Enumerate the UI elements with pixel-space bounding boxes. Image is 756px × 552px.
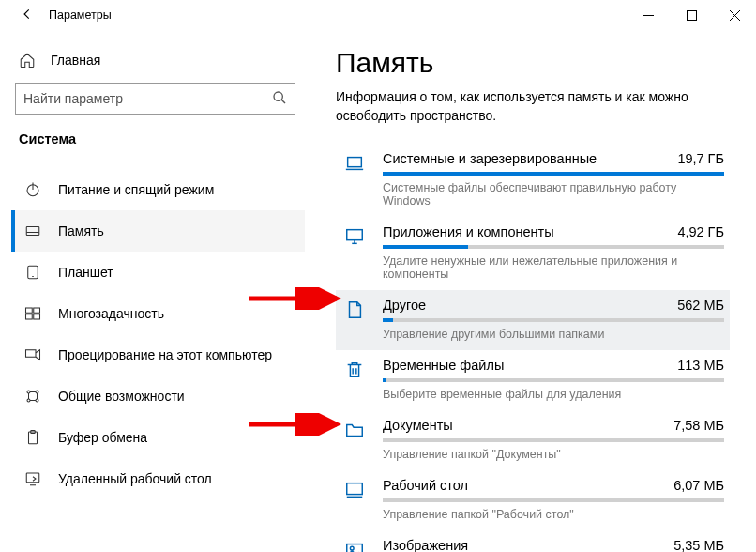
storage-title: Системные и зарезервированные <box>383 151 597 166</box>
svg-rect-13 <box>34 308 40 313</box>
storage-bar <box>383 172 724 176</box>
sidebar-item-remote[interactable]: Удаленный рабочий стол <box>11 458 305 499</box>
titlebar: Параметры <box>0 0 756 30</box>
storage-sub: Управление другими большими папками <box>383 328 724 341</box>
svg-rect-16 <box>26 350 37 358</box>
storage-item-temp[interactable]: Временные файлы 113 МБ Выберите временны… <box>336 350 730 410</box>
storage-bar <box>383 498 724 502</box>
storage-bar <box>383 378 724 382</box>
storage-bar <box>383 438 724 442</box>
sidebar-item-shared[interactable]: Общие возможности <box>11 376 305 417</box>
window-controls <box>627 0 756 30</box>
sidebar-nav: x Питание и спящий режим Память Планшет <box>11 154 305 552</box>
storage-sub: Управление папкой "Документы" <box>383 448 724 461</box>
svg-point-39 <box>350 547 354 551</box>
storage-size: 562 МБ <box>677 298 724 313</box>
svg-point-20 <box>36 399 38 402</box>
sidebar: Главная Найти параметр Система x Питание… <box>0 30 310 552</box>
storage-bar <box>383 245 724 249</box>
page-desc: Информация о том, как используется памят… <box>336 88 730 125</box>
storage-size: 113 МБ <box>677 358 724 373</box>
sidebar-home-label: Главная <box>51 53 100 68</box>
storage-sub: Системные файлы обеспечивают правильную … <box>383 181 724 207</box>
storage-title: Рабочий стол <box>383 478 468 493</box>
svg-rect-1 <box>687 10 696 20</box>
storage-item-other[interactable]: Другое 562 МБ Управление другими большим… <box>336 290 730 350</box>
sidebar-item-partial[interactable]: x <box>11 154 305 169</box>
storage-size: 19,7 ГБ <box>677 151 724 166</box>
svg-rect-27 <box>26 473 39 483</box>
svg-point-17 <box>27 391 30 393</box>
clipboard-icon <box>24 429 41 446</box>
storage-title: Изображения <box>383 538 468 552</box>
window-title: Параметры <box>43 8 112 22</box>
storage-size: 4,92 ГБ <box>677 224 724 239</box>
trash-icon <box>341 358 368 401</box>
remote-icon <box>24 470 41 487</box>
minimize-button[interactable] <box>627 0 670 30</box>
storage-title: Приложения и компоненты <box>383 224 554 239</box>
image-icon <box>341 538 368 552</box>
svg-line-5 <box>281 100 285 103</box>
sidebar-item-label: Планшет <box>58 265 113 280</box>
storage-item-system[interactable]: Системные и зарезервированные 19,7 ГБ Си… <box>336 144 730 217</box>
svg-point-19 <box>27 399 30 402</box>
svg-rect-36 <box>347 483 363 495</box>
sidebar-item-label: Буфер обмена <box>58 430 147 445</box>
storage-icon <box>24 222 41 239</box>
storage-title: Другое <box>383 298 426 313</box>
sidebar-item-multitask[interactable]: Многозадачность <box>11 293 305 334</box>
desktop-icon <box>341 478 368 521</box>
svg-rect-8 <box>26 227 39 236</box>
sidebar-item-label: Память <box>58 223 104 238</box>
storage-sub: Выберите временные файлы для удаления <box>383 388 724 401</box>
svg-rect-31 <box>347 230 363 240</box>
storage-item-documents[interactable]: Документы 7,58 МБ Управление папкой "Док… <box>336 410 730 470</box>
svg-rect-14 <box>26 314 33 319</box>
project-icon <box>24 346 41 363</box>
tablet-icon <box>24 264 41 281</box>
sidebar-item-tablet[interactable]: Планшет <box>11 252 305 293</box>
sidebar-item-storage[interactable]: Память <box>11 210 305 252</box>
search-input[interactable]: Найти параметр <box>15 83 295 115</box>
file-icon <box>341 298 368 341</box>
shared-icon <box>24 388 41 405</box>
sidebar-item-label: Питание и спящий режим <box>58 182 214 197</box>
svg-rect-12 <box>26 308 33 313</box>
storage-sub: Удалите ненужные или нежелательные прило… <box>383 254 724 281</box>
monitor-icon <box>341 224 368 281</box>
maximize-button[interactable] <box>670 0 713 30</box>
storage-list: Системные и зарезервированные 19,7 ГБ Си… <box>336 144 730 552</box>
storage-title: Документы <box>383 418 453 433</box>
page-title: Память <box>336 47 730 79</box>
back-button[interactable] <box>11 8 43 23</box>
storage-sub: Управление папкой "Рабочий стол" <box>383 508 724 521</box>
search-placeholder: Найти параметр <box>23 91 272 106</box>
svg-point-18 <box>36 391 38 393</box>
storage-item-apps[interactable]: Приложения и компоненты 4,92 ГБ Удалите … <box>336 217 730 290</box>
sidebar-item-label: Многозадачность <box>58 306 164 321</box>
multitask-icon <box>24 305 41 322</box>
close-button[interactable] <box>713 0 756 30</box>
search-icon <box>272 90 287 108</box>
home-icon <box>19 52 36 69</box>
sidebar-section: Система <box>11 120 305 154</box>
sidebar-item-power[interactable]: Питание и спящий режим <box>11 169 305 210</box>
storage-size: 7,58 МБ <box>673 418 724 433</box>
svg-rect-29 <box>348 158 362 167</box>
laptop-icon <box>341 151 368 207</box>
svg-rect-38 <box>347 544 363 552</box>
sidebar-item-project[interactable]: Проецирование на этот компьютер <box>11 334 305 376</box>
storage-item-desktop[interactable]: Рабочий стол 6,07 МБ Управление папкой "… <box>336 470 730 530</box>
sidebar-item-label: Проецирование на этот компьютер <box>58 347 272 362</box>
sidebar-item-label: Общие возможности <box>58 389 185 404</box>
svg-point-4 <box>274 92 282 100</box>
storage-size: 5,35 МБ <box>673 538 724 552</box>
storage-item-images[interactable]: Изображения 5,35 МБ <box>336 530 730 552</box>
sidebar-item-clipboard[interactable]: Буфер обмена <box>11 417 305 458</box>
sidebar-home[interactable]: Главная <box>11 41 305 79</box>
power-icon <box>24 181 41 198</box>
main-pane: Память Информация о том, как используетс… <box>310 30 756 552</box>
svg-rect-15 <box>34 314 40 319</box>
storage-bar <box>383 318 724 322</box>
